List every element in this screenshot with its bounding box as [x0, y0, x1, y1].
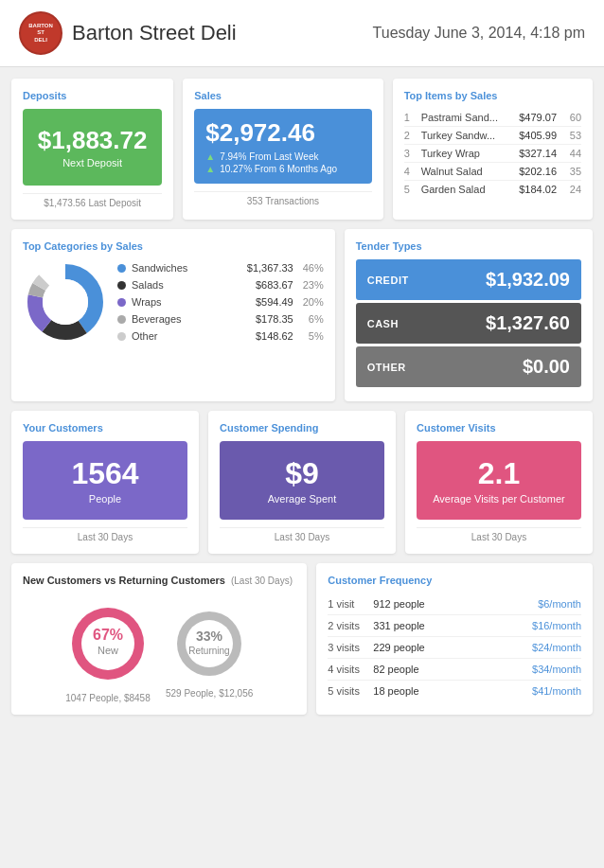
sales-stat-1: ▲ 7.94% From Last Week — [205, 151, 360, 162]
item-name: Turkey Wrap — [421, 148, 520, 159]
freq-people: 331 people — [373, 620, 524, 631]
item-price: $184.02 — [519, 184, 557, 195]
category-value: $148.62 — [256, 330, 293, 342]
svg-text:New: New — [98, 645, 118, 656]
tender-value: $0.00 — [523, 356, 570, 378]
item-count: 60 — [562, 112, 581, 123]
item-price: $202.16 — [519, 166, 557, 177]
spending-sub-label: Average Spent — [227, 493, 377, 505]
category-name: Sandwiches — [132, 262, 241, 274]
customers-sub-label: People — [30, 493, 180, 505]
item-name: Garden Salad — [421, 184, 520, 195]
tender-value: $1,932.09 — [486, 269, 570, 291]
date-time: Tuesday June 3, 2014, 4:18 pm — [373, 25, 585, 42]
item-price: $327.14 — [519, 148, 557, 159]
tender-label: OTHER — [367, 362, 406, 373]
spending-value-box: $9 Average Spent — [220, 441, 384, 520]
item-num: 3 — [404, 148, 417, 159]
category-row: Sandwiches $1,367.33 46% — [117, 259, 324, 276]
item-num: 1 — [404, 112, 417, 123]
frequency-list: 1 visit 912 people $6/month 2 visits 331… — [328, 593, 581, 701]
deposits-footer: $1,473.56 Last Deposit — [23, 193, 162, 208]
new-returning-inner: 67% New 1047 People, $8458 33% Returning… — [23, 601, 295, 703]
freq-people: 18 people — [373, 685, 524, 697]
category-name: Beverages — [132, 313, 250, 325]
sales-stat-2: ▲ 10.27% From 6 Months Ago — [205, 164, 360, 174]
freq-amount: $6/month — [538, 598, 581, 610]
item-price: $405.99 — [519, 130, 557, 141]
top-item-row: 1 Pastrami Sand... $479.07 60 — [404, 109, 581, 127]
categories-card: Top Categories by Sales Sandwic — [11, 229, 335, 401]
category-dot — [117, 332, 126, 341]
row-4: New Customers vs Returning Customers (La… — [11, 563, 593, 715]
item-num: 5 — [404, 184, 417, 195]
top-items-title: Top Items by Sales — [404, 90, 581, 101]
item-name: Turkey Sandw... — [421, 130, 520, 141]
new-sub: 1047 People, $8458 — [65, 693, 151, 703]
logo: BARTONSTDELI — [19, 11, 62, 55]
visits-footer: Last 30 Days — [417, 527, 581, 542]
freq-people: 82 people — [373, 664, 524, 675]
freq-amount: $24/month — [532, 642, 581, 653]
customer-spending-card: Customer Spending $9 Average Spent Last … — [208, 411, 396, 554]
row-3: Your Customers 1564 People Last 30 Days … — [11, 411, 593, 554]
sales-value: $2,972.46 — [205, 118, 360, 148]
visits-value: 2.1 — [424, 456, 574, 491]
item-count: 24 — [562, 184, 581, 195]
customers-footer: Last 30 Days — [23, 527, 187, 542]
category-pct: 20% — [303, 296, 324, 308]
row-1: Deposits $1,883.72 Next Deposit $1,473.5… — [11, 79, 593, 220]
category-pct: 46% — [303, 262, 324, 274]
deposits-value-box: $1,883.72 Next Deposit — [23, 109, 162, 186]
frequency-row: 5 visits 18 people $41/month — [328, 681, 581, 701]
donut-chart — [23, 259, 108, 345]
category-pct: 23% — [303, 279, 324, 291]
deposits-title: Deposits — [23, 90, 162, 101]
category-value: $1,367.33 — [247, 262, 293, 274]
tender-title: Tender Types — [356, 240, 581, 252]
tender-row: CASH $1,327.60 — [356, 303, 581, 344]
frequency-row: 2 visits 331 people $16/month — [328, 615, 581, 637]
arrow-up-icon: ▲ — [205, 151, 215, 162]
freq-visits: 1 visit — [328, 598, 365, 610]
row-2: Top Categories by Sales Sandwic — [11, 229, 593, 401]
new-returning-card: New Customers vs Returning Customers (La… — [11, 563, 307, 715]
tender-card: Tender Types CREDIT $1,932.09 CASH $1,32… — [345, 229, 593, 401]
svg-point-7 — [81, 617, 134, 670]
category-value: $683.67 — [256, 279, 293, 291]
sales-footer: 353 Transactions — [194, 191, 371, 206]
dashboard: Deposits $1,883.72 Next Deposit $1,473.5… — [0, 67, 604, 726]
item-num: 4 — [404, 166, 417, 177]
top-item-row: 4 Walnut Salad $202.16 35 — [404, 163, 581, 181]
tender-value: $1,327.60 — [486, 312, 570, 334]
freq-amount: $41/month — [532, 685, 581, 697]
categories-inner: Sandwiches $1,367.33 46% Salads $683.67 … — [23, 259, 324, 345]
business-name: Barton Street Deli — [72, 21, 237, 45]
frequency-row: 4 visits 82 people $34/month — [328, 659, 581, 681]
svg-text:Returning: Returning — [188, 646, 229, 656]
visits-value-box: 2.1 Average Visits per Customer — [417, 441, 581, 520]
your-customers-title: Your Customers — [23, 422, 187, 434]
header: BARTONSTDELI Barton Street Deli Tuesday … — [0, 0, 604, 67]
freq-visits: 3 visits — [328, 642, 365, 653]
category-dot — [117, 281, 126, 290]
category-row: Wraps $594.49 20% — [117, 293, 324, 310]
category-row: Beverages $178.35 6% — [117, 310, 324, 328]
your-customers-card: Your Customers 1564 People Last 30 Days — [11, 411, 199, 554]
tender-row: OTHER $0.00 — [356, 346, 581, 387]
freq-people: 229 people — [373, 642, 524, 653]
top-item-row: 2 Turkey Sandw... $405.99 53 — [404, 127, 581, 145]
category-value: $594.49 — [256, 296, 293, 308]
svg-text:67%: 67% — [93, 627, 123, 643]
item-num: 2 — [404, 130, 417, 141]
sales-value-box: $2,972.46 ▲ 7.94% From Last Week ▲ 10.27… — [194, 109, 371, 184]
top-items-card: Top Items by Sales 1 Pastrami Sand... $4… — [393, 79, 593, 220]
svg-point-11 — [186, 620, 233, 667]
frequency-card: Customer Frequency 1 visit 912 people $6… — [316, 563, 593, 715]
item-count: 44 — [562, 148, 581, 159]
category-value: $178.35 — [256, 313, 293, 325]
category-row: Other $148.62 5% — [117, 328, 324, 345]
returning-sub: 529 People, $12,056 — [166, 688, 253, 699]
spending-footer: Last 30 Days — [220, 527, 384, 542]
deposits-sub-label: Next Deposit — [34, 157, 151, 168]
